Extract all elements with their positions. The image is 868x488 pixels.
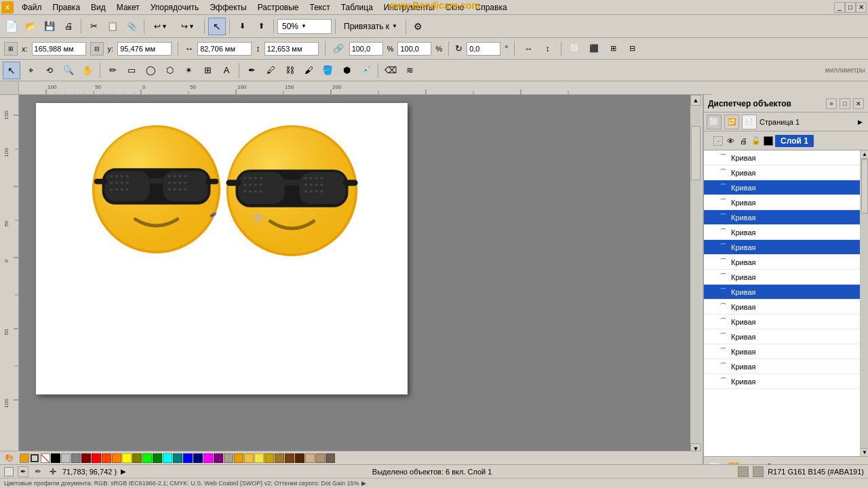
draw-select-tool[interactable]: ↖ <box>3 62 20 79</box>
h-input[interactable] <box>264 42 319 56</box>
object-list-item[interactable]: ⌒Кривая <box>704 225 860 240</box>
status-crosshair-icon[interactable]: ✛ <box>47 466 58 477</box>
view-icon-1[interactable]: ⬜ <box>707 115 722 129</box>
color-swatch[interactable] <box>153 453 162 463</box>
panel-restore-btn[interactable]: □ <box>840 98 850 109</box>
scroll-v-thumb[interactable] <box>691 126 701 180</box>
group-btn[interactable]: ⬜ <box>568 41 583 56</box>
color-swatch[interactable] <box>254 453 264 463</box>
menu-tools[interactable]: Инструменты <box>378 1 440 14</box>
menu-window[interactable]: Окно <box>440 1 470 14</box>
draw-spiral-tool[interactable]: ✴ <box>180 62 197 79</box>
scale-y-input[interactable] <box>397 42 431 56</box>
color-swatch[interactable] <box>234 453 243 463</box>
color-swatch[interactable] <box>193 453 203 463</box>
object-list-item[interactable]: ⌒Кривая <box>704 240 860 255</box>
panel-scroll-up[interactable]: ▲ <box>861 150 868 159</box>
cut-btn[interactable]: ✂ <box>85 18 102 35</box>
layer-lock-icon[interactable]: 🔓 <box>751 136 762 146</box>
profile-arrow[interactable]: ▶ <box>361 480 366 487</box>
object-list-item[interactable]: ⌒Кривая <box>704 210 860 225</box>
draw-node-tool[interactable]: ⌖ <box>22 62 39 79</box>
color-swatch[interactable] <box>81 453 91 463</box>
menu-effects[interactable]: Эффекты <box>204 1 252 14</box>
draw-brush-tool[interactable]: 🖌 <box>300 62 317 79</box>
color-swatch[interactable] <box>244 453 254 463</box>
menu-layout[interactable]: Макет <box>111 1 145 14</box>
panel-scroll-thumb[interactable] <box>861 159 868 214</box>
object-list-item[interactable]: ⌒Кривая <box>704 165 860 180</box>
lock-ratio-btn[interactable]: 🔗 <box>332 42 345 56</box>
combine-btn[interactable]: ⊞ <box>606 41 620 56</box>
menu-file[interactable]: Файл <box>16 1 47 14</box>
draw-grid-tool[interactable]: ⊞ <box>199 62 216 79</box>
color-swatch[interactable] <box>224 453 233 463</box>
object-list-item[interactable]: ⌒Кривая <box>704 344 860 359</box>
object-list-item[interactable]: ⌒Кривая <box>704 300 860 314</box>
outline-icon[interactable] <box>31 454 39 462</box>
transparent-swatch[interactable] <box>41 453 50 463</box>
import-btn[interactable]: ⬇ <box>233 18 251 35</box>
zoom-dropdown[interactable]: 50% ▼ <box>277 19 332 34</box>
new-btn[interactable]: 📄 <box>3 18 20 35</box>
menu-help[interactable]: Справка <box>470 1 513 14</box>
status-arrow-icon[interactable]: ▶ <box>121 468 126 475</box>
status-pencil-icon[interactable]: ✏ <box>33 466 43 477</box>
fill-icon[interactable] <box>20 453 29 463</box>
panel-expand-btn[interactable]: » <box>826 98 837 109</box>
color-swatch[interactable] <box>102 453 111 463</box>
print-btn[interactable]: 🖨 <box>60 18 77 35</box>
color-swatch[interactable] <box>92 453 101 463</box>
color-profile-bar[interactable]: Цветовые профили документа: RGB: sRGB IE… <box>0 478 868 488</box>
color-swatch[interactable] <box>122 453 132 463</box>
draw-mesh-fill-tool[interactable]: ⬢ <box>338 62 355 79</box>
draw-eraser-tool[interactable]: ⌫ <box>382 62 399 79</box>
ungroup-btn[interactable]: ⬛ <box>587 41 601 56</box>
color-swatch[interactable] <box>71 453 81 463</box>
draw-bezier-tool[interactable]: ✒ <box>243 62 260 79</box>
object-list-item[interactable]: ⌒Кривая <box>704 359 860 374</box>
object-list-item[interactable]: ⌒Кривая <box>704 285 860 300</box>
layer-expand-icon[interactable]: - <box>713 136 723 146</box>
select-tool-btn[interactable]: ↖ <box>208 18 226 35</box>
color-swatch[interactable] <box>305 453 315 463</box>
page-nav-btn[interactable]: ▶ <box>854 117 865 127</box>
draw-ellipse-tool[interactable]: ◯ <box>142 62 159 79</box>
draw-pan-tool[interactable]: ✋ <box>79 62 96 79</box>
object-list-item[interactable]: ⌒Кривая <box>704 314 860 329</box>
emoji-left[interactable] <box>90 117 222 259</box>
menu-view[interactable]: Вид <box>85 1 111 14</box>
scroll-v-track[interactable] <box>690 106 701 443</box>
menu-bitmaps[interactable]: Растровые <box>252 1 304 14</box>
color-swatch[interactable] <box>264 453 274 463</box>
view-icon-2[interactable]: 🔁 <box>724 115 739 129</box>
menu-text[interactable]: Текст <box>304 1 336 14</box>
draw-freehand-tool[interactable]: ✏ <box>104 62 121 79</box>
color-swatch[interactable] <box>112 453 121 463</box>
draw-pen-tool[interactable]: 🖊 <box>262 62 279 79</box>
snap-dropdown[interactable]: Привязать к ▼ <box>339 19 402 34</box>
paste-btn[interactable]: 📎 <box>123 18 140 35</box>
scale-x-input[interactable] <box>349 42 383 56</box>
color-swatch[interactable] <box>173 453 182 463</box>
menu-arrange[interactable]: Упорядочить <box>145 1 204 14</box>
layer-active-name[interactable]: Слой 1 <box>775 135 814 147</box>
draw-smear-tool[interactable]: ≋ <box>401 62 418 79</box>
window-maximize[interactable]: □ <box>845 2 856 13</box>
panel-scroll-track[interactable] <box>861 159 868 448</box>
color-swatch[interactable] <box>203 453 213 463</box>
export-btn[interactable]: ⬆ <box>252 18 270 35</box>
color-swatch[interactable] <box>315 453 325 463</box>
color-swatch[interactable] <box>275 453 284 463</box>
draw-fill-tool[interactable]: 🪣 <box>319 62 336 79</box>
color-swatch[interactable] <box>183 453 193 463</box>
object-list-item[interactable]: ⌒Кривая <box>704 180 860 195</box>
object-list-item[interactable]: ⌒Кривая <box>704 329 860 344</box>
color-swatch[interactable] <box>51 453 60 463</box>
color-swatch[interactable] <box>163 453 172 463</box>
undo-btn[interactable]: ↩▼ <box>148 18 174 35</box>
menu-edit[interactable]: Правка <box>47 1 86 14</box>
flip-h-btn[interactable]: ↔ <box>521 41 536 56</box>
color-manage-icon[interactable]: 🎨 <box>5 453 14 462</box>
rotation-input[interactable] <box>467 42 500 56</box>
